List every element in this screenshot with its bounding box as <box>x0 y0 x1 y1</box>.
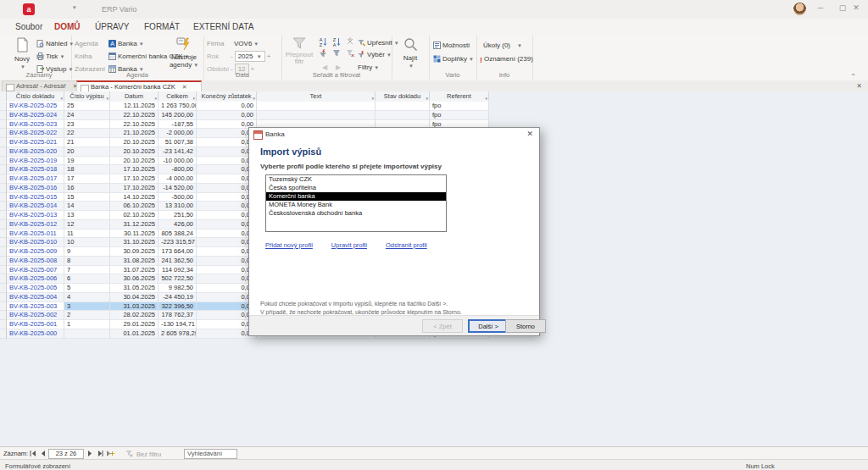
table-cell[interactable]: 25 <box>64 102 110 111</box>
table-cell[interactable]: BV-KB-2025-007 <box>7 266 64 275</box>
table-cell[interactable]: -14 520,00 <box>159 184 197 193</box>
filter-selection-small-button[interactable] <box>319 49 327 60</box>
table-cell[interactable]: 20 <box>64 147 110 157</box>
record-selector[interactable] <box>0 257 7 266</box>
table-cell[interactable]: -23 141,42 <box>159 147 197 157</box>
table-cell[interactable]: 12.11.2025 <box>110 102 159 111</box>
table-cell[interactable]: BV-KB-2025-002 <box>7 311 64 320</box>
last-record-button[interactable] <box>95 449 104 458</box>
user-avatar[interactable] <box>793 3 806 15</box>
cancel-button[interactable]: Storno <box>505 319 546 333</box>
quick-access-dropdown-icon[interactable]: ▾ <box>73 4 76 11</box>
table-cell[interactable]: 10 <box>64 238 110 247</box>
table-cell[interactable]: 31.10.2025 <box>110 238 159 247</box>
table-cell[interactable]: 14.10.2025 <box>110 193 159 202</box>
table-cell[interactable]: 02.10.2025 <box>110 211 159 220</box>
table-cell[interactable]: 19 <box>64 157 110 166</box>
agenda-tools-button[interactable]: Nástroje agendy▼ <box>166 37 202 69</box>
table-cell[interactable]: BV-KB-2025-022 <box>7 129 64 138</box>
profile-link-1[interactable]: Přidat nový profil <box>265 241 313 249</box>
table-cell[interactable]: BV-KB-2025-003 <box>7 302 64 312</box>
table-cell[interactable]: 31.08.2025 <box>110 257 159 266</box>
table-cell[interactable]: fpo <box>430 111 489 120</box>
column-header-1[interactable]: Číslo dokladu▾ <box>7 91 64 101</box>
record-selector[interactable] <box>0 293 7 302</box>
table-cell[interactable]: 8 <box>64 257 110 266</box>
table-cell[interactable]: 114 092,34 <box>159 266 197 275</box>
filter-status[interactable]: Bez filtru <box>125 450 161 459</box>
table-row[interactable]: BV-KB-2025-0252512.11.20251 263 750,000,… <box>0 102 489 111</box>
column-header-7[interactable]: Stav dokladu▾ <box>376 91 430 101</box>
record-selector[interactable] <box>0 238 7 247</box>
table-cell[interactable]: 22.10.2025 <box>110 120 159 130</box>
record-search-input[interactable]: Vyhledávání <box>184 449 237 459</box>
table-cell[interactable]: BV-KB-2025-009 <box>7 247 64 257</box>
table-cell[interactable]: BV-KB-2025-018 <box>7 165 64 174</box>
table-cell[interactable]: BV-KB-2025-000 <box>7 329 64 339</box>
column-header-6[interactable]: Text▾ <box>257 91 376 101</box>
document-tab-close-icon[interactable]: ✕ <box>182 84 187 90</box>
table-cell[interactable]: -223 315,57 <box>159 238 197 247</box>
table-cell[interactable]: 0,00 <box>197 102 257 111</box>
profile-link-2[interactable]: Upravit profil <box>331 241 367 249</box>
profile-list-item[interactable]: Tuzemský CZK <box>266 175 446 184</box>
record-selector[interactable] <box>0 174 7 184</box>
column-header-4[interactable]: Celkem▾ <box>159 91 197 101</box>
table-cell[interactable]: 30.04.2025 <box>110 293 159 302</box>
rok-minus-button[interactable]: - <box>229 51 235 62</box>
print-button[interactable]: Tisk▼ <box>36 51 64 62</box>
table-cell[interactable]: 17.10.2025 <box>110 184 159 193</box>
table-cell[interactable]: 30.09.2025 <box>110 247 159 257</box>
table-cell[interactable]: -800,00 <box>159 165 197 174</box>
ribbon-tab-formát[interactable]: FORMÁT <box>144 21 180 36</box>
close-all-tabs-icon[interactable]: ✕ <box>856 82 862 90</box>
record-selector[interactable] <box>0 266 7 275</box>
table-cell[interactable]: 2 605 978,29 <box>159 329 197 339</box>
record-selector[interactable] <box>0 111 7 120</box>
table-cell[interactable]: 173 664,00 <box>159 247 197 257</box>
table-cell[interactable]: 7 <box>64 266 110 275</box>
profile-list-item[interactable]: Československá obchodní banka <box>266 209 446 218</box>
table-cell[interactable]: 322 396,50 <box>159 302 197 312</box>
table-cell[interactable]: 13 310,00 <box>159 202 197 211</box>
table-cell[interactable]: 502 722,50 <box>159 274 197 284</box>
tasks-button[interactable]: Úkoly (0)▼ <box>483 40 522 51</box>
table-cell[interactable]: -24 450,19 <box>159 293 197 302</box>
record-selector[interactable] <box>0 165 7 174</box>
table-cell[interactable]: 145 200,00 <box>159 111 197 120</box>
table-cell[interactable]: 16 <box>64 184 110 193</box>
record-selector[interactable] <box>0 202 7 211</box>
table-cell[interactable]: 30.11.2025 <box>110 229 159 239</box>
table-cell[interactable]: 5 <box>64 284 110 293</box>
table-cell[interactable]: BV-KB-2025-023 <box>7 120 64 130</box>
table-cell[interactable]: BV-KB-2025-005 <box>7 284 64 293</box>
table-cell[interactable]: 1 263 750,00 <box>159 102 197 111</box>
dialog-close-icon[interactable]: ✕ <box>526 130 533 138</box>
ribbon-tab-soubor[interactable]: Soubor <box>15 21 42 36</box>
table-cell[interactable] <box>376 102 430 111</box>
clear-sort-button[interactable] <box>346 37 354 48</box>
table-cell[interactable]: 51 007,38 <box>159 138 197 147</box>
next-button[interactable]: Další > <box>468 319 509 333</box>
table-cell[interactable]: 31.03.2025 <box>110 302 159 312</box>
table-cell[interactable]: BV-KB-2025-025 <box>7 102 64 111</box>
document-tab[interactable]: Banka - Komerční banka CZK✕ <box>76 80 202 91</box>
table-cell[interactable]: 251,50 <box>159 211 197 220</box>
profile-listbox[interactable]: Tuzemský CZKČeská spořitelnaKomerční ban… <box>265 174 447 232</box>
table-cell[interactable]: BV-KB-2025-011 <box>7 229 64 239</box>
table-cell[interactable]: 20.10.2025 <box>110 138 159 147</box>
table-cell[interactable]: 805 388,24 <box>159 229 197 239</box>
record-position-box[interactable]: 23 z 26 <box>48 449 84 459</box>
column-header-8[interactable]: Referent▾ <box>430 91 489 101</box>
record-selector[interactable] <box>0 220 7 229</box>
table-cell[interactable]: -10 000,00 <box>159 157 197 166</box>
table-cell[interactable]: 13 <box>64 211 110 220</box>
table-cell[interactable]: fpo <box>430 102 489 111</box>
table-cell[interactable]: BV-KB-2025-010 <box>7 238 64 247</box>
table-cell[interactable]: BV-KB-2025-015 <box>7 193 64 202</box>
table-cell[interactable]: 4 <box>64 293 110 302</box>
table-cell[interactable]: 01.01.2025 <box>110 329 159 339</box>
profile-link-3[interactable]: Odstranit profil <box>386 241 427 249</box>
table-cell[interactable]: BV-KB-2025-001 <box>7 320 64 329</box>
table-cell[interactable]: 31.05.2025 <box>110 284 159 293</box>
